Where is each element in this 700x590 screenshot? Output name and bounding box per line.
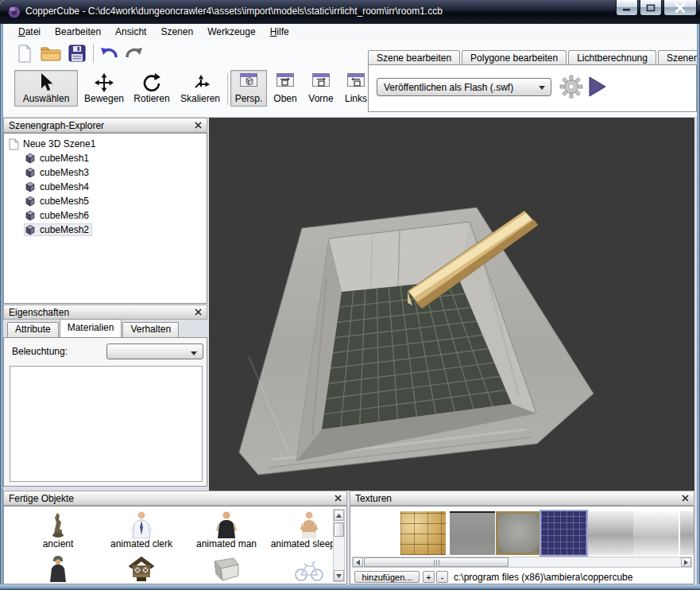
minimize-button[interactable] <box>616 0 638 16</box>
tab-attribute[interactable]: Attribute <box>7 322 59 337</box>
menu-bearbeiten[interactable]: Bearbeiten <box>48 25 108 39</box>
play-button[interactable] <box>588 76 607 97</box>
tab-szenen[interactable]: Szenen <box>658 50 700 65</box>
arrow-right-icon <box>684 560 688 565</box>
window-border-left <box>0 24 3 590</box>
view-oben-button[interactable]: Oben <box>269 70 302 107</box>
close-button[interactable] <box>663 0 697 16</box>
menu-datei[interactable]: Datei <box>11 25 48 39</box>
3d-scene-render <box>209 118 694 491</box>
cube-mesh-icon <box>25 210 36 221</box>
close-panel-icon[interactable] <box>682 495 689 502</box>
redo-button[interactable] <box>123 43 145 64</box>
object-item-ancient[interactable]: ancient <box>18 510 98 549</box>
menu-werkzeuge[interactable]: Werkzeuge <box>200 25 262 39</box>
tab-verhalten[interactable]: Verhalten <box>122 322 179 337</box>
soldier-icon <box>48 555 68 582</box>
texture-folder-path: c:\program files (x86)\ambiera\coppercub… <box>454 572 632 583</box>
materials-tab-content: Beleuchtung: <box>3 337 207 487</box>
tree-item-cubemesh3[interactable]: cubeMesh3 <box>4 165 207 180</box>
maximize-icon <box>646 4 656 12</box>
tree-item-cubemesh4[interactable]: cubeMesh4 <box>4 180 207 194</box>
scale-tool-button[interactable]: Skalieren <box>176 70 225 107</box>
tab-lichtberechnung[interactable]: Lichtberechnung <box>568 50 656 65</box>
view-persp-button[interactable]: Persp. <box>230 70 267 107</box>
tool-label: Rotieren <box>133 93 169 104</box>
rotate-tool-button[interactable]: Rotieren <box>129 70 175 107</box>
object-item-chair[interactable] <box>187 553 266 582</box>
maximize-button[interactable] <box>640 0 662 16</box>
view-vorne-button[interactable]: Vorne <box>304 70 338 107</box>
menu-hilfe[interactable]: Hilfe <box>263 25 296 39</box>
menu-ansicht[interactable]: Ansicht <box>108 25 153 39</box>
close-panel-icon[interactable] <box>195 122 202 129</box>
scroll-thumb[interactable] <box>364 557 509 567</box>
texture-plus-button[interactable]: + <box>423 571 435 583</box>
scroll-left-button[interactable] <box>353 557 363 567</box>
scroll-right-button[interactable] <box>681 557 691 567</box>
new-file-button[interactable] <box>14 43 35 64</box>
publish-target-select[interactable]: Veröffentlichen als Flash (.swf) <box>377 78 551 96</box>
close-panel-icon[interactable] <box>195 309 202 316</box>
tree-item-cubemesh1[interactable]: cubeMesh1 <box>4 151 207 165</box>
texture-thumb-concrete[interactable] <box>450 511 495 555</box>
tree-item-scene-root[interactable]: Neue 3D Szene1 <box>4 137 207 151</box>
add-texture-button[interactable]: hinzufügen... <box>354 571 420 583</box>
tree-item-label: cubeMesh4 <box>40 181 89 192</box>
close-icon <box>675 3 686 13</box>
object-item-soldier[interactable] <box>18 553 98 582</box>
undo-button[interactable] <box>98 43 120 64</box>
tab-materialien[interactable]: Materialien <box>60 319 122 337</box>
tab-szene-bearbeiten[interactable]: Szene bearbeiten <box>368 50 460 65</box>
chevron-down-icon <box>539 86 545 90</box>
texture-thumb-partial[interactable] <box>680 511 694 555</box>
texture-thumb-cloud[interactable] <box>588 511 633 555</box>
scroll-down-button[interactable] <box>334 570 344 581</box>
texture-thumb-rusty-plate[interactable] <box>496 511 541 555</box>
tree-item-cubemesh5[interactable]: cubeMesh5 <box>4 194 207 208</box>
texture-thumb-blue-grid-selected[interactable] <box>541 511 586 555</box>
open-file-button[interactable] <box>40 43 62 64</box>
tree-item-label: Neue 3D Szene1 <box>23 138 95 149</box>
materials-list[interactable] <box>10 366 203 482</box>
save-button[interactable] <box>67 43 87 64</box>
undo-icon <box>99 45 118 62</box>
texture-thumb-gold-stone[interactable] <box>400 511 446 555</box>
tree-item-label: cubeMesh3 <box>40 167 89 178</box>
properties-tabs: Attribute Materialien Verhalten <box>3 319 207 337</box>
tree-item-cubemesh6[interactable]: cubeMesh6 <box>4 208 207 223</box>
cursor-icon <box>38 73 54 92</box>
view-label: Links <box>345 93 367 104</box>
scroll-up-button[interactable] <box>334 510 344 521</box>
objects-vertical-scrollbar[interactable] <box>333 509 345 582</box>
object-item-animated-clerk[interactable]: animated clerk <box>102 510 181 549</box>
objects-panel-body: ancient animated clerk animated man <box>3 506 347 584</box>
3d-viewport[interactable] <box>209 118 694 491</box>
view-links-button[interactable]: Links <box>340 70 372 107</box>
object-item-animated-man[interactable]: animated man <box>187 510 266 549</box>
object-item-animated-sleepwalker[interactable]: animated sleepwa <box>269 510 333 549</box>
arrow-down-icon <box>336 574 342 578</box>
lighting-select[interactable] <box>106 344 203 359</box>
clerk-icon <box>130 511 153 538</box>
close-panel-icon[interactable] <box>335 495 342 502</box>
textures-horizontal-scrollbar[interactable] <box>352 557 692 568</box>
app-window: CopperCube - C:\dc4work\dungeoncrawler4\… <box>0 0 700 590</box>
rotate-icon <box>142 73 161 92</box>
scroll-thumb[interactable] <box>334 522 344 537</box>
object-item-bicycle[interactable] <box>269 553 333 582</box>
publish-settings-gear-icon[interactable] <box>559 75 583 99</box>
coppercube-logo-icon <box>7 5 21 19</box>
texture-thumb-cloud[interactable] <box>633 511 679 555</box>
tab-polygone-bearbeiten[interactable]: Polygone bearbeiten <box>462 50 567 65</box>
cube-mesh-icon <box>25 196 36 207</box>
tree-item-cubemesh2-selected[interactable]: cubeMesh2 <box>4 223 207 237</box>
menu-szenen[interactable]: Szenen <box>153 25 200 39</box>
toolbar-separator <box>227 73 228 105</box>
move-tool-button[interactable]: Bewegen <box>80 70 128 107</box>
texture-minus-button[interactable]: - <box>436 571 448 583</box>
publish-panel: Veröffentlichen als Flash (.swf) <box>368 64 697 112</box>
select-tool-button[interactable]: Auswählen <box>14 70 78 107</box>
object-item-house[interactable] <box>102 553 181 582</box>
scenegraph-tree[interactable]: Neue 3D Szene1 cubeMesh1 cubeMesh3 cubeM… <box>3 133 207 304</box>
